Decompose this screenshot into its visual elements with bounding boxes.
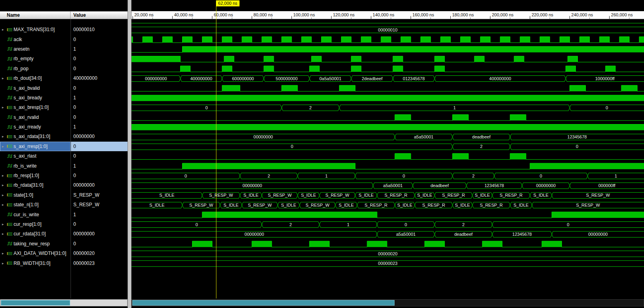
svg-text:1: 1: [347, 222, 349, 227]
expander-icon[interactable]: ▸: [2, 183, 7, 187]
signal-name-panel: Name Value ▸MAX_TRANS[31:0]00000010aclk0…: [0, 0, 128, 308]
signal-row[interactable]: rb_empty0: [0, 54, 128, 63]
name-value-column-divider[interactable]: [71, 19, 71, 298]
signal-name-cell: rb_is_write: [0, 161, 71, 170]
svg-text:S_IDLE: S_IDLE: [281, 203, 296, 207]
signal-row[interactable]: s_axi_rvalid0: [0, 113, 128, 122]
svg-text:a5a50001: a5a50001: [414, 134, 434, 139]
signal-row[interactable]: s_axi_rready1: [0, 122, 128, 132]
signal-name: aresetn: [14, 46, 29, 52]
cursor-time-flag[interactable]: 62,000 ns: [216, 0, 239, 6]
signal-value: 1: [71, 209, 128, 219]
signal-row[interactable]: ▸MAX_TRANS[31:0]00000010: [0, 25, 128, 34]
name-column-header[interactable]: Name: [0, 12, 71, 19]
signal-name-cell: cur_is_write: [0, 209, 71, 219]
signal-row[interactable]: ▸state[1:0]S_RESP_W: [0, 190, 128, 200]
panel-splitter[interactable]: [128, 0, 132, 308]
signal-value: 0: [71, 64, 128, 73]
svg-text:S_IDLE: S_IDLE: [475, 193, 490, 197]
wave-row: [132, 95, 644, 101]
svg-text:1: 1: [615, 174, 617, 178]
wave-row: [132, 212, 644, 218]
expander-icon[interactable]: ▸: [2, 134, 7, 138]
signal-list: ▸MAX_TRANS[31:0]00000010aclk0aresetn1rb_…: [0, 20, 128, 269]
signal-row[interactable]: s_axi_rlast0: [0, 151, 128, 161]
signal-name-cell: ▸AXI_DATA_WIDTH[31:0]: [0, 249, 71, 258]
names-horizontal-scrollbar[interactable]: [0, 299, 128, 306]
wave-row: 0210201: [132, 173, 644, 179]
expander-icon[interactable]: ▸: [2, 174, 7, 178]
expander-icon[interactable]: ▸: [2, 251, 7, 255]
signal-row[interactable]: rb_is_write1: [0, 161, 128, 170]
wave-horizontal-scrollbar[interactable]: [132, 299, 644, 306]
signal-row[interactable]: ▸state_n[1:0]S_RESP_W: [0, 200, 128, 209]
bus-signal-icon: [7, 251, 14, 256]
wave-row: 00000023: [132, 261, 644, 267]
signal-row[interactable]: s_axi_bvalid0: [0, 83, 128, 93]
signal-name: state[1:0]: [14, 192, 33, 198]
wave-row: S_IDLES_RESP_WS_IDLES_RESP_WS_IDLES_RESP…: [132, 202, 644, 208]
signal-name: rb_is_write: [14, 163, 37, 169]
signal-name: s_axi_bresp[1:0]: [14, 105, 49, 110]
wave-row: [132, 85, 644, 91]
svg-text:200,000 ns: 200,000 ns: [492, 12, 514, 17]
signal-row[interactable]: ▸s_axi_bresp[1:0]0: [0, 103, 128, 112]
svg-text:2deadbeef: 2deadbeef: [362, 76, 383, 81]
signal-value: 1: [71, 44, 128, 54]
svg-text:40,000 ns: 40,000 ns: [174, 12, 194, 17]
expander-icon[interactable]: ▸: [2, 105, 7, 109]
signal-row[interactable]: ▸cur_rdata[31:0]00000000: [0, 229, 128, 239]
signal-row[interactable]: ▸AXI_DATA_WIDTH[31:0]00000020: [0, 249, 128, 258]
value-column-header[interactable]: Value: [71, 12, 86, 19]
svg-text:012345678: 012345678: [403, 76, 425, 81]
signal-name-cell: ▸state_n[1:0]: [0, 200, 71, 209]
svg-text:00000000: 00000000: [253, 134, 273, 139]
expander-icon[interactable]: ▸: [2, 76, 7, 80]
signal-name: s_axi_rvalid: [14, 115, 39, 120]
svg-text:S_RESP_W: S_RESP_W: [248, 203, 272, 207]
signal-row[interactable]: aclk0: [0, 34, 128, 44]
wave-scrollbar-thumb[interactable]: [132, 300, 395, 306]
wave-row: [132, 19, 644, 23]
expander-icon[interactable]: ▸: [2, 232, 7, 236]
signal-row[interactable]: rb_pop0: [0, 64, 128, 73]
svg-text:00000000: 00000000: [243, 183, 262, 188]
wave-row: 00000010: [132, 27, 644, 33]
signal-name-cell: ▸MAX_TRANS[31:0]: [0, 25, 71, 34]
svg-text:S_RESP_W: S_RESP_W: [268, 193, 292, 197]
signal-row[interactable]: ▸rb_rdata[31:0]00000000: [0, 180, 128, 190]
columns-header: Name Value: [0, 11, 128, 19]
names-scrollbar-thumb[interactable]: [1, 300, 70, 306]
signal-value: 0: [71, 239, 128, 249]
svg-text:0a5a50001: 0a5a50001: [319, 76, 341, 81]
signal-name-cell: ▸cur_rdata[31:0]: [0, 229, 71, 239]
timeline-ruler[interactable]: 20,000 ns40,000 ns60,000 ns80,000 ns100,…: [132, 11, 644, 19]
expander-icon[interactable]: ▸: [2, 203, 7, 207]
svg-text:1000000ff: 1000000ff: [595, 76, 615, 81]
svg-text:S_IDLE: S_IDLE: [514, 203, 529, 207]
signal-row[interactable]: ▸rb_resp[1:0]0: [0, 171, 128, 180]
bit-signal-icon: [7, 115, 14, 119]
wave-panel: 20,000 ns40,000 ns60,000 ns80,000 ns100,…: [132, 0, 644, 308]
bus-signal-icon: [7, 193, 14, 197]
signal-row[interactable]: ▸RB_WIDTH[31:0]00000023: [0, 258, 128, 268]
signal-row[interactable]: ▸s_axi_rresp[1:0]0: [0, 142, 128, 151]
expander-icon[interactable]: ▸: [2, 261, 7, 265]
signal-name-cell: rb_pop: [0, 64, 71, 73]
svg-text:S_IDLE: S_IDLE: [301, 193, 316, 197]
signal-row[interactable]: aresetn1: [0, 44, 128, 54]
signal-row[interactable]: taking_new_resp0: [0, 239, 128, 249]
expander-icon[interactable]: ▸: [2, 193, 7, 197]
signal-row[interactable]: s_axi_bready1: [0, 93, 128, 103]
expander-icon[interactable]: ▸: [2, 28, 7, 32]
signal-row[interactable]: ▸rb_dout[34:0]400000000: [0, 73, 128, 83]
expander-icon[interactable]: ▸: [2, 222, 7, 226]
svg-text:160,000 ns: 160,000 ns: [412, 12, 434, 17]
cursor-line[interactable]: [216, 6, 216, 298]
svg-text:a5a50001: a5a50001: [383, 183, 403, 188]
signal-row[interactable]: ▸s_axi_rdata[31:0]00000000: [0, 132, 128, 141]
signal-row[interactable]: ▸cur_resp[1:0]0: [0, 219, 128, 229]
expander-icon[interactable]: ▸: [2, 144, 7, 148]
signal-row[interactable]: cur_is_write1: [0, 209, 128, 219]
wave-canvas[interactable]: 0000001000000000040000000060000000050000…: [132, 19, 644, 298]
